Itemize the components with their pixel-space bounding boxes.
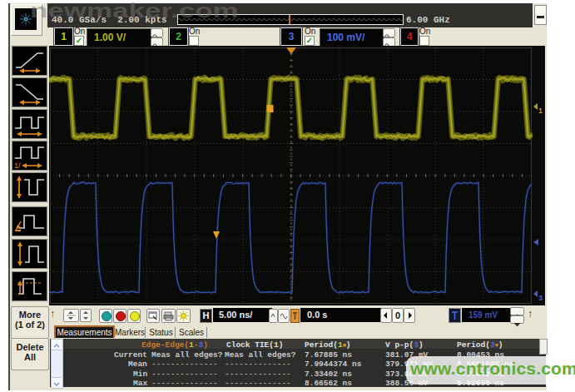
svg-text:1/: 1/: [14, 161, 21, 170]
svg-text:3: 3: [538, 294, 543, 302]
svg-text:1: 1: [538, 107, 543, 115]
